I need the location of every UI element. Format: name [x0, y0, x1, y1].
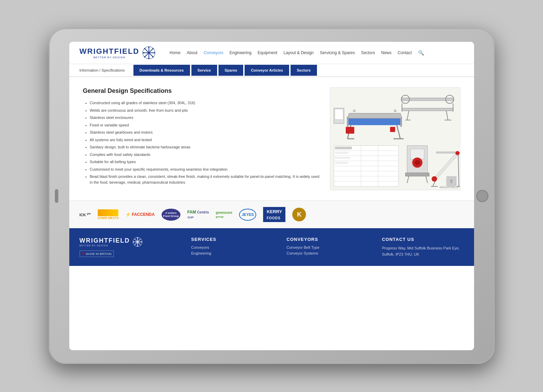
- svg-rect-19: [345, 127, 354, 134]
- page-title: General Design Specifications: [83, 87, 320, 95]
- footer-link-belt-type[interactable]: Conveyor Belt Type: [286, 245, 368, 249]
- search-icon[interactable]: 🔍: [418, 50, 424, 56]
- tablet-side-button[interactable]: [55, 189, 58, 203]
- nav-home[interactable]: Home: [169, 50, 180, 55]
- nav-servicing[interactable]: Servicing & Spares: [320, 50, 355, 55]
- svg-rect-55: [405, 173, 429, 176]
- nav-contact[interactable]: Contact: [398, 50, 412, 55]
- nav-news[interactable]: News: [381, 50, 391, 55]
- list-item: Complies with food safety standards: [90, 152, 320, 158]
- subnav-spares-btn[interactable]: Spares: [219, 65, 244, 76]
- svg-point-71: [137, 237, 138, 238]
- footer-services-heading: SERVICES: [191, 237, 273, 242]
- footer-inner: WRIGHTFIELD BETTER BY DESIGN: [80, 237, 464, 257]
- nav-conveyors[interactable]: Conveyors: [204, 50, 223, 55]
- logo-icon: [142, 46, 156, 60]
- svg-rect-49: [335, 157, 350, 159]
- subnav-articles-btn[interactable]: Conveyor Articles: [245, 65, 289, 76]
- list-item: Bead blast finish provides a clean, cons…: [90, 174, 320, 185]
- list-item: Customised to meet your specific require…: [90, 167, 320, 172]
- site-footer: WRIGHTFIELD BETTER BY DESIGN: [69, 228, 474, 266]
- svg-point-5: [148, 47, 150, 48]
- partner-2sisters: 2 sistersFood Group: [162, 208, 180, 221]
- svg-point-54: [414, 160, 420, 166]
- scroll-up-button[interactable]: ⇧: [446, 176, 457, 186]
- made-in-label: MADE IN BRITAIN: [86, 252, 111, 256]
- footer-logo-subtitle: BETTER BY DESIGN: [80, 244, 130, 247]
- svg-point-8: [154, 52, 155, 53]
- partner-fam: FAM Centris315P: [187, 208, 209, 221]
- footer-made-in-britain: ⚐ MADE IN BRITAIN: [80, 250, 114, 257]
- svg-rect-24: [335, 109, 343, 120]
- svg-rect-48: [335, 152, 349, 154]
- tablet-home-button[interactable]: [476, 190, 488, 202]
- spec-list: Constructed using all grades of stainles…: [83, 100, 320, 185]
- tablet-frame: WRIGHTFIELD BETTER BY DESIGN: [49, 28, 495, 364]
- svg-point-6: [148, 58, 150, 59]
- content-left: General Design Specifications Constructe…: [83, 87, 320, 190]
- partner-ick: ICK plc: [80, 208, 91, 221]
- svg-rect-28: [402, 108, 453, 111]
- partner-faccenda: ⚡ FACCENDA: [126, 208, 155, 221]
- list-item: Stainless steel gearboxes and motors: [90, 130, 320, 135]
- svg-rect-14: [347, 118, 402, 125]
- svg-point-10: [152, 56, 154, 58]
- logo-subtitle: BETTER BY DESIGN: [80, 56, 140, 59]
- tablet-screen: WRIGHTFIELD BETTER BY DESIGN: [69, 42, 474, 350]
- nav-sectors[interactable]: Sectors: [361, 50, 375, 55]
- svg-point-73: [133, 242, 134, 243]
- subnav-service-btn[interactable]: Service: [191, 65, 217, 76]
- list-item: Constructed using all grades of stainles…: [90, 100, 320, 106]
- footer-conveyors-col: CONVEYORS Conveyor Belt Type Conveyor Sy…: [286, 237, 368, 257]
- partner-dawn-meats: DAWN MEATS: [98, 208, 119, 221]
- list-item: Suitable for all belting types: [90, 159, 320, 165]
- footer-contact-heading: CONTACT US: [382, 237, 463, 242]
- partner-kerry: KERRYFOODS: [263, 208, 285, 221]
- subnav-sectors-btn[interactable]: Sectors: [291, 65, 317, 76]
- svg-point-72: [137, 246, 138, 247]
- partner-jeyes: JEYES: [239, 208, 256, 221]
- list-item: Fixed or variable speed: [90, 122, 320, 128]
- conveyor-image: WRIGHTFIELD ⇧: [330, 87, 460, 190]
- main-nav: Home About Conveyors Engineering Equipme…: [169, 50, 463, 56]
- footer-logo-icon: [132, 237, 143, 247]
- nav-equipment[interactable]: Equipment: [258, 50, 277, 55]
- svg-rect-50: [335, 162, 348, 164]
- list-item: All systems are fully wired and tested: [90, 137, 320, 143]
- logo-area: WRIGHTFIELD BETTER BY DESIGN: [80, 46, 156, 60]
- svg-point-7: [143, 52, 144, 53]
- svg-rect-20: [390, 127, 395, 132]
- partners-bar: ICK plc DAWN MEATS ⚡ FACCENDA 2 sisters: [69, 200, 474, 228]
- svg-point-74: [141, 242, 142, 243]
- sub-nav: Information / Specifications Downloads &…: [69, 64, 474, 77]
- subnav-info-label: Information / Specifications: [80, 64, 130, 76]
- content-right: WRIGHTFIELD ⇧: [330, 87, 460, 190]
- main-content: General Design Specifications Constructe…: [69, 77, 474, 350]
- subnav-downloads-btn[interactable]: Downloads & Resources: [133, 65, 190, 76]
- logo-name: WRIGHTFIELD: [80, 47, 140, 56]
- content-area: General Design Specifications Constructe…: [69, 77, 474, 200]
- nav-about[interactable]: About: [187, 50, 197, 55]
- svg-point-11: [152, 48, 154, 49]
- nav-engineering[interactable]: Engineering: [229, 50, 251, 55]
- footer-address: Progress Way, Mid Suffolk Business Park …: [382, 245, 463, 257]
- svg-rect-58: [436, 152, 458, 154]
- footer-link-engineering[interactable]: Engineering: [191, 251, 273, 255]
- svg-point-64: [455, 151, 459, 155]
- footer-link-conveyors[interactable]: Conveyors: [191, 245, 273, 249]
- partner-greencore: greencoregroup: [216, 208, 232, 221]
- footer-logo-name: WRIGHTFIELD: [80, 237, 130, 244]
- logo-text-block: WRIGHTFIELD BETTER BY DESIGN: [80, 47, 140, 59]
- footer-logo-col: WRIGHTFIELD BETTER BY DESIGN: [80, 237, 178, 257]
- list-item: Welds are continuous and smooth, free fr…: [90, 108, 320, 113]
- svg-point-12: [144, 56, 145, 58]
- svg-point-63: [432, 176, 437, 182]
- svg-point-9: [144, 48, 145, 49]
- list-item: Stainless steel enclosures: [90, 115, 320, 121]
- nav-layout[interactable]: Layout & Design: [283, 50, 314, 55]
- list-item: Sanitary design, built to eliminate bact…: [90, 144, 320, 150]
- footer-link-systems[interactable]: Conveyor Systems: [286, 251, 368, 255]
- footer-contact-col: CONTACT US Progress Way, Mid Suffolk Bus…: [382, 237, 463, 257]
- svg-rect-47: [335, 147, 352, 149]
- partner-k: K: [292, 208, 306, 221]
